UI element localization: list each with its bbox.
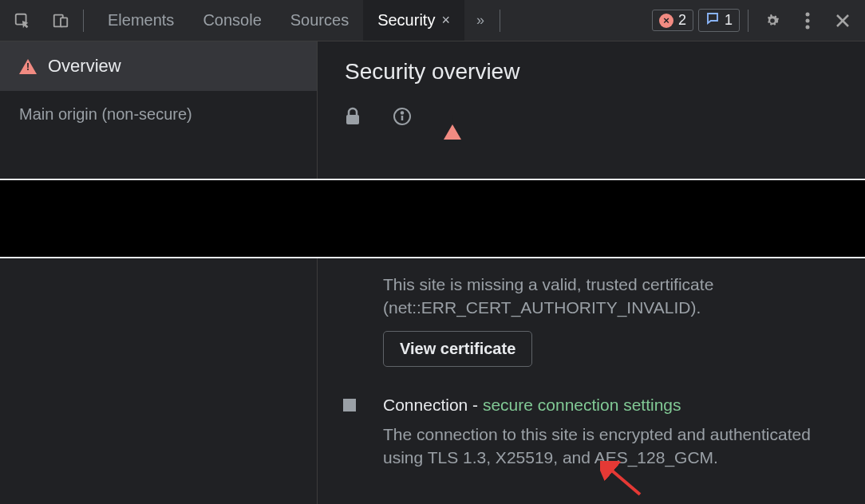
divider — [748, 10, 748, 32]
divider — [500, 10, 500, 32]
connection-label: Connection - — [383, 396, 483, 414]
warning-icon — [444, 111, 461, 125]
close-devtools-icon[interactable] — [827, 0, 859, 41]
main-panel: Overview Main origin (non-secure) Securi… — [0, 41, 865, 504]
connection-detail-text: The connection to this site is encrypted… — [383, 423, 838, 470]
connection-heading: Connection - secure connection settings — [383, 396, 838, 415]
tab-console[interactable]: Console — [188, 0, 275, 41]
error-icon: × — [659, 14, 673, 28]
page-title: Security overview — [345, 59, 838, 85]
lock-icon — [345, 107, 361, 129]
status-icon-row — [318, 94, 865, 140]
redaction-band — [0, 179, 865, 258]
tab-label: Sources — [290, 11, 349, 30]
tab-strip: Elements Console Sources Security × » — [93, 0, 496, 41]
svg-rect-2 — [61, 18, 67, 26]
error-count: 2 — [678, 12, 686, 29]
security-sidebar: Overview Main origin (non-secure) — [0, 41, 318, 504]
connection-status: secure connection settings — [483, 396, 681, 414]
sidebar-item-label: Overview — [48, 56, 121, 77]
svg-point-3 — [806, 12, 810, 16]
sidebar-header-label: Main origin (non-secure) — [19, 105, 192, 124]
sidebar-item-overview[interactable]: Overview — [0, 41, 317, 91]
view-certificate-button[interactable]: View certificate — [383, 331, 532, 367]
inspect-element-icon[interactable] — [3, 0, 41, 41]
svg-point-11 — [401, 112, 404, 114]
security-content: Security overview This site is missing a… — [318, 41, 865, 504]
tab-security[interactable]: Security × — [363, 0, 464, 41]
content-header: Security overview — [318, 41, 865, 94]
connection-section: Connection - secure connection settings … — [383, 396, 838, 470]
messages-badge[interactable]: 1 — [698, 9, 740, 32]
more-tabs-button[interactable]: » — [464, 0, 496, 41]
tab-elements[interactable]: Elements — [93, 0, 188, 41]
tab-label: Elements — [108, 11, 174, 30]
tab-label: Console — [203, 11, 261, 30]
info-icon — [393, 107, 412, 129]
svg-rect-8 — [346, 115, 359, 124]
errors-badge[interactable]: × 2 — [652, 10, 693, 31]
divider — [83, 10, 84, 32]
devtools-tab-bar: Elements Console Sources Security × » × … — [0, 0, 865, 41]
close-icon[interactable]: × — [441, 12, 450, 29]
tab-label: Security — [377, 11, 435, 30]
tab-sources[interactable]: Sources — [276, 0, 363, 41]
warning-icon — [19, 59, 37, 74]
security-details: This site is missing a valid, trusted ce… — [318, 273, 865, 504]
svg-point-5 — [806, 25, 810, 29]
svg-point-4 — [806, 18, 810, 22]
toolbar-right: × 2 1 — [652, 0, 862, 41]
device-toolbar-icon[interactable] — [41, 0, 80, 41]
sidebar-header-main-origin: Main origin (non-secure) — [0, 91, 317, 138]
certificate-section: This site is missing a valid, trusted ce… — [383, 273, 838, 367]
bullet-icon — [343, 399, 356, 411]
settings-icon[interactable] — [756, 0, 788, 41]
message-count: 1 — [725, 12, 733, 29]
certificate-error-text: This site is missing a valid, trusted ce… — [383, 273, 838, 320]
kebab-menu-icon[interactable] — [793, 0, 822, 41]
message-icon — [705, 11, 720, 30]
